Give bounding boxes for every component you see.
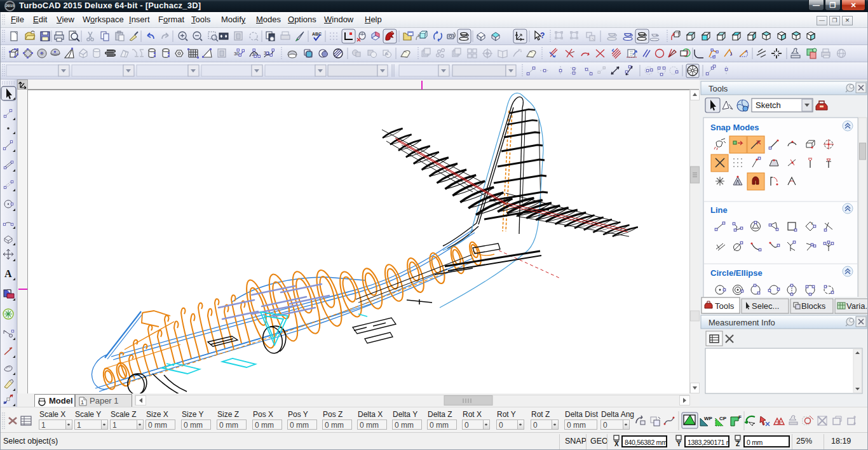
svg-text:Y: Y [677,440,681,447]
svg-text:Z: Z [736,440,740,447]
svg-text:Circle/Ellipse: Circle/Ellipse [710,268,763,278]
svg-text:Line: Line [710,205,728,215]
svg-text:F: F [738,414,742,420]
svg-text:Snap Modes: Snap Modes [710,123,759,132]
svg-text:Blocks: Blocks [801,301,826,311]
svg-text:X: X [614,440,619,447]
svg-text:1: 1 [81,399,84,406]
svg-text:Varia...: Varia... [846,301,868,311]
svg-text:Tools: Tools [709,84,728,93]
svg-text:A: A [4,268,12,279]
svg-text:Sketch: Sketch [756,100,781,110]
svg-text:WP: WP [704,416,713,421]
svg-text:Selec...: Selec... [752,301,779,311]
svg-text:CP: CP [719,416,727,421]
svg-text:Measurement Info: Measurement Info [709,318,775,327]
svg-text:Tools: Tools [715,301,735,311]
